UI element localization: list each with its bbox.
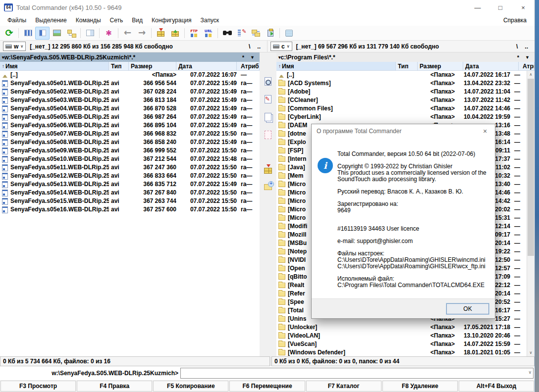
select-files-button[interactable]: *	[514, 54, 522, 60]
table-row[interactable]: SenyaFedya.s05e11.WEB-DLRip.25Kuz..avi36…	[0, 163, 260, 172]
table-row[interactable]: [Common Files]<Папка>14.07.2022 14:46—	[276, 104, 526, 113]
file-size-cell: <Папка>	[409, 332, 455, 340]
table-row[interactable]: SenyaFedya.s05e09.WEB-DLRip.25Kuz..avi36…	[0, 147, 260, 155]
ok-button[interactable]: OK	[446, 303, 489, 314]
vertical-scrollbar[interactable]: ∧ ∨	[527, 71, 535, 356]
pack-button[interactable]	[154, 27, 168, 40]
back-button[interactable]	[120, 27, 135, 40]
column-header-name[interactable]: ↑Имя	[0, 62, 109, 70]
panel-menu-button[interactable]: ▼	[247, 55, 258, 60]
table-row[interactable]: SenyaFedya.s05e05.WEB-DLRip.25Kuz..avi36…	[0, 113, 260, 121]
root-dir-button[interactable]: \	[245, 43, 254, 50]
column-header-size[interactable]: Размер	[129, 62, 176, 70]
parent-dir-button[interactable]: ..	[254, 43, 264, 50]
function-key-f4[interactable]: F4 Правка	[77, 381, 152, 392]
function-key-f6[interactable]: F6 Перемещение	[229, 381, 305, 392]
brief-view-button[interactable]	[21, 27, 35, 40]
maximize-button[interactable]: □	[489, 0, 512, 15]
minimize-button[interactable]: —	[466, 0, 489, 15]
copy-doc-button[interactable]	[262, 111, 274, 123]
table-row[interactable]: SenyaFedya.s05e12.WEB-DLRip.25Kuz..avi36…	[0, 172, 260, 180]
table-row[interactable]: [Windows Defender]<Папка>18.01.2021 01:0…	[276, 348, 526, 356]
scroll-down-icon[interactable]: ∨	[527, 349, 535, 356]
table-row[interactable]: SenyaFedya.s05e02.WEB-DLRip.25Kuz..avi36…	[0, 88, 260, 96]
menu-item-файлы[interactable]: Файлы	[3, 16, 31, 25]
menu-item-вид[interactable]: Вид	[127, 16, 147, 25]
panel-menu-button[interactable]: ▼	[522, 55, 533, 60]
table-row[interactable]: SenyaFedya.s05e16.WEB-DLRip.25Kuz..avi36…	[0, 205, 260, 214]
close-button[interactable]: ×	[512, 0, 535, 15]
ftp-connect-button[interactable]	[187, 27, 201, 40]
function-key-f7[interactable]: F7 Каталог	[306, 381, 381, 392]
menu-item-запуск[interactable]: Запуск	[196, 16, 224, 25]
select-files-button[interactable]: *	[239, 54, 247, 60]
chevron-down-icon[interactable]: ∨	[528, 370, 532, 375]
table-row[interactable]: SenyaFedya.s05e03.WEB-DLRip.25Kuz..avi36…	[0, 96, 260, 104]
column-header-date[interactable]: Дата	[463, 62, 519, 70]
function-key-f5[interactable]: F5 Копирование	[153, 381, 228, 392]
search-button[interactable]	[220, 27, 234, 40]
multi-rename-button[interactable]	[234, 27, 249, 40]
show-all-button[interactable]	[102, 27, 116, 40]
unpack-button[interactable]	[168, 27, 182, 40]
function-key-alt+f4[interactable]: Alt+F4 Выход	[459, 381, 534, 392]
function-key-f8[interactable]: F8 Удаление	[382, 381, 458, 392]
tree-view-button[interactable]	[64, 27, 78, 40]
column-header-attr[interactable]: Атриб	[237, 62, 260, 70]
table-row[interactable]: SenyaFedya.s05e01.WEB-DLRip.25Kuz..avi36…	[0, 79, 260, 88]
column-header-type[interactable]: Тип	[109, 62, 129, 70]
root-dir-button[interactable]: \	[513, 43, 521, 50]
column-header-date[interactable]: Дата	[176, 62, 237, 70]
command-input[interactable]	[180, 368, 534, 379]
table-row[interactable]: [CCleaner]<Папка>13.07.2022 11:42—	[276, 96, 526, 104]
table-row[interactable]: SenyaFedya.s05e08.WEB-DLRip.25Kuz..avi36…	[0, 138, 260, 147]
menu-item-help[interactable]: Справка	[498, 16, 532, 25]
column-header-size[interactable]: Размер	[418, 62, 463, 70]
table-row[interactable]: SenyaFedya.s05e13.WEB-DLRip.25Kuz..avi36…	[0, 180, 260, 189]
table-row[interactable]: [VideoLAN]<Папка>13.10.2020 20:46—	[276, 332, 526, 340]
dialog-close-icon[interactable]: ×	[475, 124, 495, 138]
full-view-button[interactable]	[35, 27, 50, 40]
copy-clipboard-button[interactable]	[263, 27, 277, 40]
table-row[interactable]: [Adobe]<Папка>14.07.2022 11:04—	[276, 88, 526, 96]
table-row[interactable]: [Unlocker]<Папка>17.05.2021 17:18—	[276, 323, 526, 332]
table-row[interactable]: SenyaFedya.s05e07.WEB-DLRip.25Kuz..avi36…	[0, 130, 260, 138]
view-doc-button[interactable]	[262, 75, 274, 87]
table-row[interactable]: SenyaFedya.s05e06.WEB-DLRip.25Kuz..avi36…	[0, 121, 260, 130]
menu-item-выделение[interactable]: Выделение	[31, 16, 71, 25]
table-row[interactable]: SenyaFedya.s05e04.WEB-DLRip.25Kuz..avi36…	[0, 104, 260, 113]
column-header-attr[interactable]: Атриб	[519, 62, 535, 70]
right-path-bar[interactable]: ▾ c:\Program Files\*.* * ▼	[276, 52, 535, 62]
menu-item-сеть[interactable]: Сеть	[106, 16, 128, 25]
move-doc-button[interactable]	[262, 129, 274, 141]
table-row[interactable]: SenyaFedya.s05e15.WEB-DLRip.25Kuz..avi36…	[0, 197, 260, 205]
table-row[interactable]: [CyberLink]<Папка>10.04.2022 19:59—	[276, 113, 526, 121]
left-drive-combo[interactable]: w ∨	[3, 42, 26, 51]
forward-button[interactable]	[135, 27, 149, 40]
left-path-bar[interactable]: ▾ w:\SenyaFedya.S05.WEB-DLRip.25Kuzmich\…	[0, 52, 260, 62]
table-row[interactable]: SenyaFedya.s05e14.WEB-DLRip.25Kuz..avi36…	[0, 189, 260, 197]
quick-view-button[interactable]	[83, 27, 97, 40]
column-header-type[interactable]: Тип	[396, 62, 418, 70]
url-download-button[interactable]	[201, 27, 216, 40]
right-drive-combo[interactable]: c ∨	[270, 42, 292, 51]
refresh-button[interactable]	[2, 27, 16, 40]
notepad-button[interactable]	[282, 27, 296, 40]
scrollbar-thumb[interactable]	[528, 79, 534, 256]
column-header-name[interactable]: ↑Имя	[276, 62, 396, 70]
table-row[interactable]: [..]<Папка>14.07.2022 16:17—	[276, 71, 526, 79]
sync-dirs-button[interactable]	[249, 27, 263, 40]
pack-box-button[interactable]	[262, 163, 274, 175]
table-row[interactable]: [ACD Systems]<Папка>13.04.2022 23:32—	[276, 79, 526, 88]
scroll-up-icon[interactable]: ∧	[527, 71, 535, 78]
edit-doc-button[interactable]	[262, 93, 274, 105]
function-key-f3[interactable]: F3 Просмотр	[0, 381, 76, 392]
table-row[interactable]: SenyaFedya.s05e10.WEB-DLRip.25Kuz..avi36…	[0, 155, 260, 163]
menu-item-конфигурация[interactable]: Конфигурация	[147, 16, 196, 25]
table-row[interactable]: [VueScan]<Папка>14.07.2022 15:59—	[276, 340, 526, 348]
table-row[interactable]: [..]<Папка>07.07.2022 16:07—	[0, 71, 260, 79]
new-folder-button[interactable]	[262, 181, 274, 193]
thumbnails-view-button[interactable]	[50, 27, 64, 40]
menu-item-команды[interactable]: Команды	[71, 16, 106, 25]
parent-dir-button[interactable]: ..	[521, 43, 532, 50]
